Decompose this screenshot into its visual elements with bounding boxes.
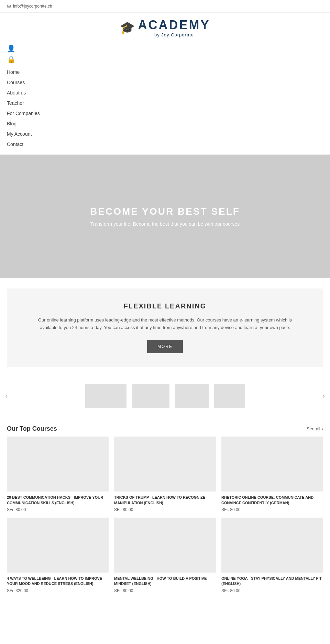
course-price-0: SFr. 80.00 [7,507,109,512]
logo-icon: 🎓 [120,21,135,35]
nav-item: Home [7,67,323,77]
courses-grid: 20 BEST COMMUNICATION HACKS - IMPROVE YO… [7,437,323,593]
courses-section: Our Top Courses See all › 20 BEST COMMUN… [0,418,330,600]
logo-area: 🎓 ACADEMY by Joy Corporate [0,13,330,41]
main-nav: HomeCoursesAbout usTeacherFor CompaniesB… [0,67,330,155]
carousel-item-2[interactable] [175,384,209,408]
courses-header: Our Top Courses See all › [7,425,323,432]
logo-academy-text: ACADEMY [138,18,210,32]
flexible-learning-section: FLEXIBLE LEARNING Our online learning pl… [7,289,323,367]
flexible-description: Our online learning platform uses leadin… [34,316,296,331]
see-all-chevron: › [322,426,323,431]
nav-link-contact[interactable]: Contact [7,142,23,147]
course-card-3[interactable]: 4 WAYS TO WELLBEING - LEARN HOW TO IMPRO… [7,518,109,593]
nav-item: Courses [7,77,323,88]
hero-banner: BECOME YOUR BEST SELF Transform your lif… [0,155,330,278]
course-thumb-5 [221,518,323,573]
nav-link-blog[interactable]: Blog [7,121,16,126]
course-price-2: SFr. 80.00 [221,507,323,512]
nav-link-courses[interactable]: Courses [7,80,25,85]
nav-item: Contact [7,139,323,149]
course-card-0[interactable]: 20 BEST COMMUNICATION HACKS - IMPROVE YO… [7,437,109,512]
course-price-4: SFr. 80.00 [114,588,216,593]
email-icon: ✉ [7,3,11,9]
course-thumb-4 [114,518,216,573]
hero-subtitle: Transform your life! Become the best tha… [90,221,240,227]
flexible-title: FLEXIBLE LEARNING [34,302,296,310]
course-card-1[interactable]: TRICKS OF TRUMP - LEARN HOW TO RECOGNIZE… [114,437,216,512]
course-price-1: SFr. 80.00 [114,507,216,512]
more-button[interactable]: MORE [147,340,183,353]
course-thumb-3 [7,518,109,573]
nav-link-about-us[interactable]: About us [7,90,26,95]
course-name-3: 4 WAYS TO WELLBEING - LEARN HOW TO IMPRO… [7,576,109,587]
course-name-4: MENTAL WELLBEING - HOW TO BUILD A POSITI… [114,576,216,587]
lock-icon[interactable]: 🔒 [7,55,15,64]
course-price-5: SFr. 80.00 [221,588,323,593]
course-card-4[interactable]: MENTAL WELLBEING - HOW TO BUILD A POSITI… [114,518,216,593]
nav-link-for-companies[interactable]: For Companies [7,111,40,116]
courses-section-title: Our Top Courses [7,425,57,432]
see-all-link[interactable]: See all › [307,426,323,431]
carousel-left-arrow[interactable]: ‹ [3,392,9,400]
nav-item: My Account [7,129,323,139]
carousel-item-3[interactable] [214,384,245,408]
course-name-2: RHETORIC ONLINE COURSE: COMMUNICATE AND … [221,495,323,506]
course-thumb-2 [221,437,323,492]
carousel-section: ‹ › [0,377,330,415]
see-all-label: See all [307,426,320,431]
nav-link-my-account[interactable]: My Account [7,131,32,137]
icon-row: 👤 🔒 [0,41,330,67]
course-card-5[interactable]: ONLINE YOGA - STAY PHYSICALLY AND MENTAL… [221,518,323,593]
course-price-3: SFr. 320.00 [7,588,109,593]
hero-title: BECOME YOUR BEST SELF [90,206,240,217]
course-thumb-0 [7,437,109,492]
course-name-0: 20 BEST COMMUNICATION HACKS - IMPROVE YO… [7,495,109,506]
nav-link-teacher[interactable]: Teacher [7,100,24,106]
nav-item: About us [7,88,323,98]
nav-item: Blog [7,118,323,129]
course-thumb-1 [114,437,216,492]
logo-subtitle: by Joy Corporate [138,32,210,37]
carousel-items [13,384,317,408]
logo-text-block: ACADEMY by Joy Corporate [138,18,210,37]
user-icon[interactable]: 👤 [7,44,15,53]
nav-link-home[interactable]: Home [7,69,20,75]
nav-item: For Companies [7,108,323,118]
nav-item: Teacher [7,98,323,108]
carousel-right-arrow[interactable]: › [321,392,327,400]
course-name-1: TRICKS OF TRUMP - LEARN HOW TO RECOGNIZE… [114,495,216,506]
carousel-item-1[interactable] [132,384,169,408]
top-bar: ✉ info@joycorporate.ch [0,0,330,13]
course-card-2[interactable]: RHETORIC ONLINE COURSE: COMMUNICATE AND … [221,437,323,512]
carousel-item-0[interactable] [85,384,126,408]
email-text: info@joycorporate.ch [13,4,52,9]
course-name-5: ONLINE YOGA - STAY PHYSICALLY AND MENTAL… [221,576,323,587]
